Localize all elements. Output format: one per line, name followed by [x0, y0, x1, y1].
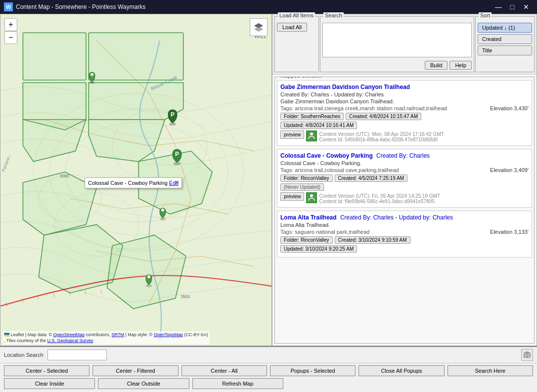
- item2-description: Colossal Cave - Cowboy Parking.: [280, 160, 529, 166]
- attribution-text2: contributors,: [85, 332, 112, 337]
- item2-folder-btn[interactable]: Folder: RinconValley: [280, 174, 333, 182]
- bottom-buttons-row1: Center - Selected Center - Filtered Cent…: [0, 363, 537, 378]
- parking-marker-icon-1: P: [165, 106, 180, 126]
- usgs-link[interactable]: U.S. Geological Survey: [47, 338, 93, 343]
- top-controls: Load All Items Load All Search Build Hel…: [272, 14, 537, 75]
- item3-buttons2: Updated: 3/10/2024 9:20:25 AM: [280, 245, 529, 253]
- sort-created-button[interactable]: Created: [478, 34, 532, 44]
- window-controls: — □ ✕: [492, 0, 533, 14]
- item2-contentid: Content Id: f9e99b46-586c-4e91-9dec-d994…: [319, 199, 440, 204]
- svg-rect-7: [23, 33, 86, 80]
- svg-marker-19: [254, 27, 263, 32]
- svg-point-28: [161, 209, 164, 212]
- close-all-popups-button[interactable]: Close All Popups: [358, 365, 444, 376]
- item3-created-by: Created By: Charles - Updated by: Charle…: [340, 214, 453, 221]
- popups-selected-button[interactable]: Popups - Selected: [270, 365, 356, 376]
- item2-person-icon-button[interactable]: [306, 192, 317, 203]
- search-section: Search Build Help: [320, 16, 474, 72]
- location-search-icon-button[interactable]: [521, 349, 533, 361]
- center-filtered-button[interactable]: Center - Filtered: [92, 365, 178, 376]
- item1-created-by: Created By: Charles - Updated by: Charle…: [280, 91, 529, 97]
- close-button[interactable]: ✕: [519, 0, 533, 14]
- marker-parking-2[interactable]: P: [169, 145, 185, 167]
- marker-person-1[interactable]: 🚶: [85, 69, 99, 86]
- load-all-button[interactable]: Load All: [277, 23, 307, 32]
- popup-close-button[interactable]: ✕: [175, 179, 179, 186]
- zoom-controls: + −: [4, 18, 17, 44]
- search-buttons: Build Help: [322, 61, 472, 70]
- svg-point-34: [526, 354, 529, 356]
- attribution-text5: , Tiles courtesy of the: [4, 338, 47, 343]
- otm-link[interactable]: OpenTopoMap: [154, 332, 183, 337]
- minimize-button[interactable]: —: [492, 0, 505, 14]
- osm-link[interactable]: OpenStreetMap: [53, 332, 85, 337]
- item2-tags-text: Tags: arizona trail,colossal cave,parkin…: [280, 167, 399, 173]
- build-button[interactable]: Build: [425, 61, 448, 70]
- location-search-input[interactable]: [47, 349, 107, 360]
- item2-created-btn[interactable]: Created: 4/5/2024 7:25:19 AM: [335, 174, 407, 182]
- item1-created-btn[interactable]: Created: 4/8/2024 10:15:47 AM: [346, 113, 421, 120]
- item1-buttons: Folder: SouthernReaches Created: 4/8/202…: [280, 113, 529, 120]
- svg-text:P: P: [171, 111, 175, 118]
- item1-person-icon-button[interactable]: [306, 131, 317, 141]
- item3-name: Loma Alta Trailhead: [280, 214, 337, 221]
- item3-created-btn[interactable]: Created: 3/10/2024 9:10:59 AM: [335, 236, 410, 244]
- help-button[interactable]: Help: [449, 61, 472, 70]
- marker-person-2[interactable]: [156, 205, 170, 222]
- marker-parking-1[interactable]: P: [165, 106, 180, 127]
- refresh-map-button[interactable]: Refresh Map: [192, 378, 283, 389]
- attribution-text1: | Map data: ©: [24, 332, 53, 337]
- item2-meta: Content Version (UTC): Fri, 05 Apr 2024 …: [319, 193, 440, 204]
- content-item-1: Gabe Zimmerman Davidson Canyon Trailhead…: [277, 80, 532, 146]
- item3-updated-btn[interactable]: Updated: 3/10/2024 9:20:25 AM: [280, 245, 357, 253]
- person-marker-icon: 🚶: [85, 69, 99, 85]
- right-panel: Load All Items Load All Search Build Hel…: [272, 14, 537, 346]
- clear-outside-button[interactable]: Clear Outside: [98, 378, 189, 389]
- zoom-out-button[interactable]: −: [4, 31, 17, 44]
- maximize-button[interactable]: □: [505, 0, 519, 14]
- item1-buttons2: Updated: 4/8/2024 10:16:41 AM: [280, 122, 529, 129]
- mapped-content-section: Mapped Content Gabe Zimmerman Davidson C…: [274, 77, 535, 344]
- map-popup: ✕ Colossal Cave - Cowboy Parking Edit: [85, 177, 182, 188]
- attribution-leaflet: 🇺🇦 Leaflet: [4, 332, 24, 337]
- layer-icon-button[interactable]: [250, 18, 268, 36]
- center-all-button[interactable]: Center - All: [181, 365, 267, 376]
- svg-text:🚶: 🚶: [90, 75, 94, 80]
- item3-tags-text: Tags: saguaro national park,trailhead: [280, 229, 369, 235]
- item2-tags: Tags: arizona trail,colossal cave,parkin…: [280, 167, 529, 173]
- item3-description: Loma Alta Trailhead.: [280, 222, 529, 228]
- item2-preview-button[interactable]: preview: [280, 192, 304, 201]
- item1-updated-btn[interactable]: Updated: 4/8/2024 10:16:41 AM: [280, 122, 357, 129]
- attribution-text3: | Map style: ©: [124, 332, 154, 337]
- item2-version: Content Version (UTC): Fri, 05 Apr 2024 …: [319, 193, 440, 199]
- person-marker-icon-3: [142, 271, 156, 287]
- svg-point-30: [147, 275, 150, 278]
- item2-buttons2: (Never Updated): [280, 183, 529, 191]
- bottom-area: Location Search Center - Selected Center…: [0, 346, 537, 392]
- center-selected-button[interactable]: Center - Selected: [4, 365, 90, 376]
- svg-text:P: P: [175, 151, 179, 158]
- search-textarea[interactable]: [322, 23, 472, 57]
- item3-buttons: Folder: RinconValley Created: 3/10/2024 …: [280, 236, 529, 244]
- search-here-button[interactable]: Search Here: [448, 365, 533, 376]
- map-attribution: 🇺🇦 Leaflet | Map data: © OpenStreetMap c…: [2, 331, 210, 345]
- item1-elevation: Elevation 3,430': [490, 105, 529, 111]
- srtm-link[interactable]: SRTM: [112, 332, 124, 337]
- item3-folder-btn[interactable]: Folder: RinconValley: [280, 236, 333, 244]
- camera-icon: [524, 351, 531, 358]
- item2-buttons: Folder: RinconValley Created: 4/5/2024 7…: [280, 174, 529, 182]
- sort-title-button[interactable]: Title: [478, 45, 532, 55]
- content-list[interactable]: Gabe Zimmerman Davidson Canyon Trailhead…: [275, 77, 534, 343]
- location-search-label: Location Search: [4, 352, 44, 358]
- zoom-in-button[interactable]: +: [4, 18, 17, 31]
- clear-inside-button[interactable]: Clear Inside: [4, 378, 95, 389]
- parking-marker-icon-2: P: [169, 145, 185, 165]
- item1-folder-btn[interactable]: Folder: SouthernReaches: [280, 113, 344, 120]
- sort-updated-button[interactable]: Updated ↓ (1): [478, 23, 532, 33]
- main-container: Rincon Creek Pantano... 3000 3500: [0, 14, 537, 392]
- marker-person-3[interactable]: [142, 271, 156, 289]
- sort-title: Sort: [479, 12, 492, 18]
- map-container[interactable]: Rincon Creek Pantano... 3000 3500: [0, 14, 272, 346]
- item1-contentid: Content Id: 545fd91b-88ba-4abc-8208-47e8…: [319, 137, 444, 142]
- item1-preview-button[interactable]: preview: [280, 131, 304, 139]
